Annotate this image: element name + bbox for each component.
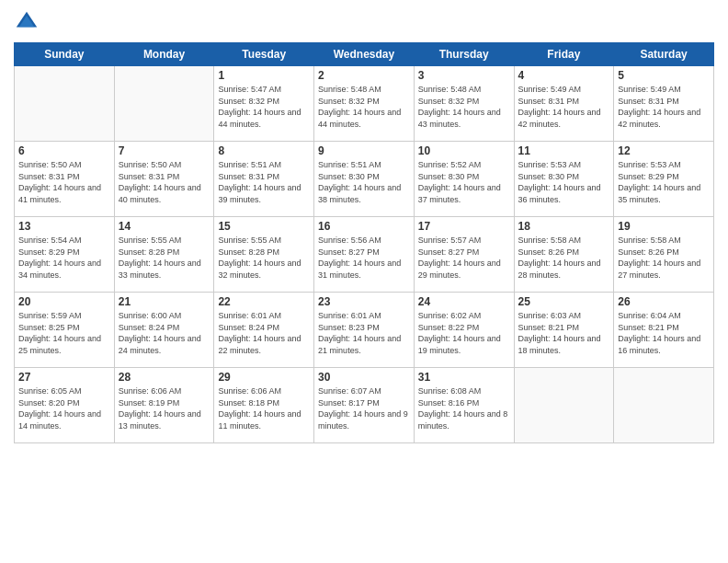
day-number: 12 bbox=[618, 144, 710, 157]
day-info: Sunrise: 6:05 AM Sunset: 8:20 PM Dayligh… bbox=[18, 385, 110, 431]
day-number: 20 bbox=[18, 295, 110, 308]
day-number: 22 bbox=[218, 295, 310, 308]
weekday-header-sunday: Sunday bbox=[15, 43, 115, 66]
weekday-header-tuesday: Tuesday bbox=[214, 43, 314, 66]
day-number: 25 bbox=[518, 295, 610, 308]
calendar-cell bbox=[15, 66, 115, 142]
calendar-cell: 10Sunrise: 5:52 AM Sunset: 8:30 PM Dayli… bbox=[414, 142, 514, 217]
day-number: 13 bbox=[18, 220, 110, 233]
day-number: 9 bbox=[318, 144, 410, 157]
day-info: Sunrise: 5:51 AM Sunset: 8:30 PM Dayligh… bbox=[318, 159, 410, 205]
day-number: 11 bbox=[518, 144, 610, 157]
day-info: Sunrise: 6:04 AM Sunset: 8:21 PM Dayligh… bbox=[618, 310, 710, 356]
calendar-cell: 1Sunrise: 5:47 AM Sunset: 8:32 PM Daylig… bbox=[214, 66, 314, 142]
day-info: Sunrise: 6:03 AM Sunset: 8:21 PM Dayligh… bbox=[518, 310, 610, 356]
day-info: Sunrise: 5:56 AM Sunset: 8:27 PM Dayligh… bbox=[318, 235, 410, 281]
weekday-header-saturday: Saturday bbox=[614, 43, 714, 66]
calendar-cell: 2Sunrise: 5:48 AM Sunset: 8:32 PM Daylig… bbox=[314, 66, 415, 142]
calendar-cell: 31Sunrise: 6:08 AM Sunset: 8:16 PM Dayli… bbox=[414, 368, 514, 443]
day-info: Sunrise: 5:49 AM Sunset: 8:31 PM Dayligh… bbox=[618, 84, 710, 130]
calendar-cell: 8Sunrise: 5:51 AM Sunset: 8:31 PM Daylig… bbox=[214, 142, 314, 217]
calendar-cell: 12Sunrise: 5:53 AM Sunset: 8:29 PM Dayli… bbox=[614, 142, 714, 217]
day-number: 5 bbox=[618, 69, 710, 82]
calendar-cell: 20Sunrise: 5:59 AM Sunset: 8:25 PM Dayli… bbox=[15, 293, 115, 368]
day-number: 31 bbox=[418, 371, 510, 384]
weekday-header-monday: Monday bbox=[114, 43, 214, 66]
day-number: 19 bbox=[618, 220, 710, 233]
calendar-cell: 26Sunrise: 6:04 AM Sunset: 8:21 PM Dayli… bbox=[614, 293, 714, 368]
day-info: Sunrise: 6:06 AM Sunset: 8:18 PM Dayligh… bbox=[218, 385, 310, 431]
day-number: 3 bbox=[418, 69, 510, 82]
calendar-cell: 17Sunrise: 5:57 AM Sunset: 8:27 PM Dayli… bbox=[414, 217, 514, 293]
day-info: Sunrise: 5:50 AM Sunset: 8:31 PM Dayligh… bbox=[18, 159, 110, 205]
day-number: 10 bbox=[418, 144, 510, 157]
day-info: Sunrise: 5:58 AM Sunset: 8:26 PM Dayligh… bbox=[518, 235, 610, 281]
calendar-cell: 24Sunrise: 6:02 AM Sunset: 8:22 PM Dayli… bbox=[414, 293, 514, 368]
weekday-header-wednesday: Wednesday bbox=[314, 43, 415, 66]
calendar-cell: 9Sunrise: 5:51 AM Sunset: 8:30 PM Daylig… bbox=[314, 142, 415, 217]
calendar-cell: 7Sunrise: 5:50 AM Sunset: 8:31 PM Daylig… bbox=[114, 142, 214, 217]
day-info: Sunrise: 5:48 AM Sunset: 8:32 PM Dayligh… bbox=[318, 84, 410, 130]
calendar-cell: 11Sunrise: 5:53 AM Sunset: 8:30 PM Dayli… bbox=[514, 142, 614, 217]
calendar-page: SundayMondayTuesdayWednesdayThursdayFrid… bbox=[0, 0, 728, 563]
day-number: 16 bbox=[318, 220, 410, 233]
calendar-cell: 16Sunrise: 5:56 AM Sunset: 8:27 PM Dayli… bbox=[314, 217, 415, 293]
calendar-cell: 30Sunrise: 6:07 AM Sunset: 8:17 PM Dayli… bbox=[314, 368, 415, 443]
day-info: Sunrise: 5:47 AM Sunset: 8:32 PM Dayligh… bbox=[218, 84, 310, 130]
calendar-cell: 3Sunrise: 5:48 AM Sunset: 8:32 PM Daylig… bbox=[414, 66, 514, 142]
day-number: 8 bbox=[218, 144, 310, 157]
calendar-cell: 21Sunrise: 6:00 AM Sunset: 8:24 PM Dayli… bbox=[114, 293, 214, 368]
day-info: Sunrise: 5:54 AM Sunset: 8:29 PM Dayligh… bbox=[18, 235, 110, 281]
calendar-cell bbox=[514, 368, 614, 443]
day-number: 14 bbox=[119, 220, 210, 233]
day-info: Sunrise: 6:01 AM Sunset: 8:24 PM Dayligh… bbox=[218, 310, 310, 356]
day-info: Sunrise: 6:08 AM Sunset: 8:16 PM Dayligh… bbox=[418, 385, 510, 431]
calendar-cell bbox=[114, 66, 214, 142]
day-info: Sunrise: 6:01 AM Sunset: 8:23 PM Dayligh… bbox=[318, 310, 410, 356]
calendar-cell: 6Sunrise: 5:50 AM Sunset: 8:31 PM Daylig… bbox=[15, 142, 115, 217]
day-number: 17 bbox=[418, 220, 510, 233]
day-number: 6 bbox=[18, 144, 110, 157]
calendar-cell: 14Sunrise: 5:55 AM Sunset: 8:28 PM Dayli… bbox=[114, 217, 214, 293]
day-info: Sunrise: 5:53 AM Sunset: 8:29 PM Dayligh… bbox=[618, 159, 710, 205]
day-info: Sunrise: 6:06 AM Sunset: 8:19 PM Dayligh… bbox=[119, 385, 210, 431]
calendar-cell: 13Sunrise: 5:54 AM Sunset: 8:29 PM Dayli… bbox=[15, 217, 115, 293]
calendar-cell: 18Sunrise: 5:58 AM Sunset: 8:26 PM Dayli… bbox=[514, 217, 614, 293]
calendar-table: SundayMondayTuesdayWednesdayThursdayFrid… bbox=[14, 42, 714, 443]
logo-icon bbox=[14, 9, 40, 35]
calendar-cell: 19Sunrise: 5:58 AM Sunset: 8:26 PM Dayli… bbox=[614, 217, 714, 293]
day-number: 4 bbox=[518, 69, 610, 82]
day-number: 1 bbox=[218, 69, 310, 82]
weekday-header-thursday: Thursday bbox=[414, 43, 514, 66]
day-number: 15 bbox=[218, 220, 310, 233]
day-info: Sunrise: 5:49 AM Sunset: 8:31 PM Dayligh… bbox=[518, 84, 610, 130]
day-info: Sunrise: 5:50 AM Sunset: 8:31 PM Dayligh… bbox=[119, 159, 210, 205]
day-info: Sunrise: 5:59 AM Sunset: 8:25 PM Dayligh… bbox=[18, 310, 110, 356]
day-number: 26 bbox=[618, 295, 710, 308]
day-info: Sunrise: 6:00 AM Sunset: 8:24 PM Dayligh… bbox=[119, 310, 210, 356]
day-info: Sunrise: 5:51 AM Sunset: 8:31 PM Dayligh… bbox=[218, 159, 310, 205]
day-number: 27 bbox=[18, 371, 110, 384]
day-number: 28 bbox=[119, 371, 210, 384]
day-info: Sunrise: 6:02 AM Sunset: 8:22 PM Dayligh… bbox=[418, 310, 510, 356]
day-info: Sunrise: 5:58 AM Sunset: 8:26 PM Dayligh… bbox=[618, 235, 710, 281]
weekday-header-friday: Friday bbox=[514, 43, 614, 66]
day-info: Sunrise: 5:53 AM Sunset: 8:30 PM Dayligh… bbox=[518, 159, 610, 205]
calendar-cell: 5Sunrise: 5:49 AM Sunset: 8:31 PM Daylig… bbox=[614, 66, 714, 142]
day-info: Sunrise: 6:07 AM Sunset: 8:17 PM Dayligh… bbox=[318, 385, 410, 431]
logo bbox=[14, 9, 41, 35]
day-info: Sunrise: 5:57 AM Sunset: 8:27 PM Dayligh… bbox=[418, 235, 510, 281]
day-info: Sunrise: 5:48 AM Sunset: 8:32 PM Dayligh… bbox=[418, 84, 510, 130]
calendar-cell: 29Sunrise: 6:06 AM Sunset: 8:18 PM Dayli… bbox=[214, 368, 314, 443]
day-number: 7 bbox=[119, 144, 210, 157]
calendar-cell: 28Sunrise: 6:06 AM Sunset: 8:19 PM Dayli… bbox=[114, 368, 214, 443]
day-number: 30 bbox=[318, 371, 410, 384]
day-number: 29 bbox=[218, 371, 310, 384]
calendar-cell: 15Sunrise: 5:55 AM Sunset: 8:28 PM Dayli… bbox=[214, 217, 314, 293]
day-info: Sunrise: 5:52 AM Sunset: 8:30 PM Dayligh… bbox=[418, 159, 510, 205]
calendar-cell: 27Sunrise: 6:05 AM Sunset: 8:20 PM Dayli… bbox=[15, 368, 115, 443]
day-info: Sunrise: 5:55 AM Sunset: 8:28 PM Dayligh… bbox=[119, 235, 210, 281]
calendar-cell bbox=[614, 368, 714, 443]
day-number: 23 bbox=[318, 295, 410, 308]
day-number: 21 bbox=[119, 295, 210, 308]
